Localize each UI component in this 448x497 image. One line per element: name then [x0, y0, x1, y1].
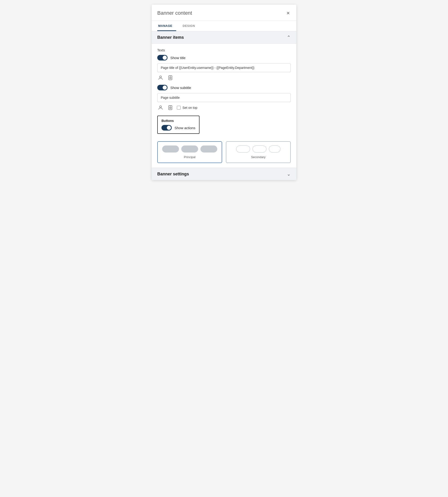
svg-point-0	[160, 76, 161, 78]
show-actions-toggle[interactable]	[161, 125, 172, 131]
tab-design[interactable]: DESIGN	[182, 21, 199, 31]
tab-manage[interactable]: MANAGE	[157, 21, 176, 31]
button-previews: Principal Secondary	[157, 141, 291, 163]
show-subtitle-toggle[interactable]	[157, 85, 168, 90]
show-subtitle-slider	[157, 85, 168, 90]
svg-point-2	[170, 77, 171, 79]
show-title-slider	[157, 55, 168, 60]
subtitle-page-icon	[168, 105, 173, 110]
svg-point-5	[170, 107, 171, 109]
title-input[interactable]	[157, 63, 291, 72]
secondary-btn-3[interactable]	[269, 146, 280, 153]
banner-content-panel: Banner content × MANAGE DESIGN Banner it…	[152, 5, 296, 180]
banner-items-section-header[interactable]: Banner items ⌃	[152, 31, 296, 44]
principal-buttons	[162, 146, 217, 153]
panel-title: Banner content	[157, 10, 192, 16]
show-actions-label: Show actions	[175, 126, 195, 130]
set-on-top-label[interactable]: Set on top	[182, 106, 197, 110]
show-title-label: Show title	[170, 56, 186, 60]
secondary-buttons	[236, 146, 280, 153]
banner-items-title: Banner items	[157, 35, 184, 40]
title-page-icon-button[interactable]	[167, 74, 174, 81]
show-subtitle-label: Show subtitle	[170, 86, 191, 90]
principal-btn-2[interactable]	[181, 146, 198, 153]
show-subtitle-row: Show subtitle	[157, 85, 291, 90]
set-on-top-checkbox[interactable]	[177, 106, 181, 110]
secondary-label: Secondary	[251, 155, 266, 159]
subtitle-user-icon	[158, 105, 163, 110]
show-actions-slider	[161, 125, 172, 131]
show-title-row: Show title	[157, 55, 291, 60]
principal-label: Principal	[184, 155, 195, 159]
banner-settings-title: Banner settings	[157, 172, 189, 177]
subtitle-user-icon-button[interactable]	[157, 104, 164, 111]
close-button[interactable]: ×	[286, 9, 291, 17]
title-user-icon-button[interactable]	[157, 74, 164, 81]
banner-settings-chevron-down-icon: ⌄	[287, 171, 291, 177]
banner-items-body: Texts Show title	[152, 44, 296, 168]
subtitle-input[interactable]	[157, 93, 291, 102]
texts-label: Texts	[157, 48, 291, 52]
secondary-btn-1[interactable]	[236, 146, 250, 153]
panel-header: Banner content ×	[152, 5, 296, 21]
secondary-preview-box[interactable]: Secondary	[226, 141, 291, 163]
set-on-top-row: Set on top	[177, 106, 197, 110]
tabs-bar: MANAGE DESIGN	[152, 21, 296, 31]
title-icon-row	[157, 74, 291, 81]
principal-preview-box[interactable]: Principal	[157, 141, 222, 163]
banner-items-chevron-up-icon: ⌃	[287, 34, 291, 40]
buttons-highlight-box: Buttons Show actions	[157, 116, 199, 134]
subtitle-icon-row: Set on top	[157, 104, 291, 111]
show-title-toggle[interactable]	[157, 55, 168, 60]
secondary-btn-2[interactable]	[253, 146, 267, 153]
principal-btn-3[interactable]	[200, 146, 217, 153]
svg-point-3	[160, 106, 161, 108]
user-icon	[158, 75, 163, 81]
page-icon	[168, 75, 173, 81]
subtitle-page-icon-button[interactable]	[167, 104, 174, 111]
banner-settings-section-header[interactable]: Banner settings ⌄	[152, 168, 296, 180]
principal-btn-1[interactable]	[162, 146, 179, 153]
buttons-label: Buttons	[161, 119, 195, 123]
show-actions-row: Show actions	[161, 125, 195, 131]
